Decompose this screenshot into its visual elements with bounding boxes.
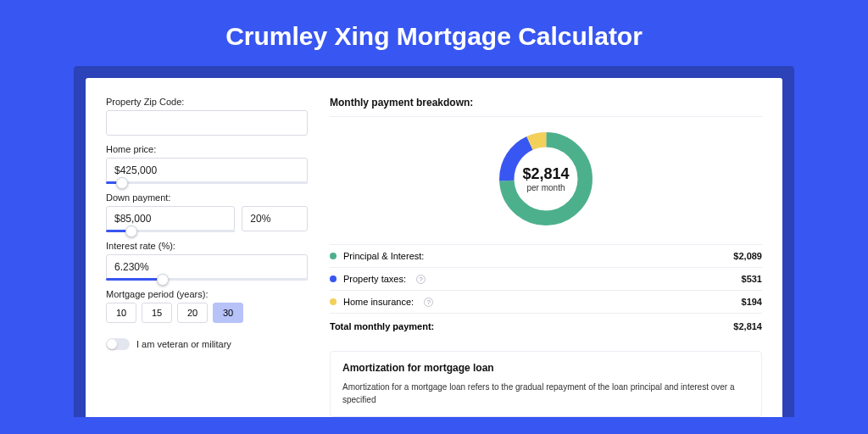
interest-input[interactable] [106,254,308,280]
interest-slider-thumb[interactable] [157,274,169,286]
zip-field: Property Zip Code: [106,97,308,136]
period-option-20[interactable]: 20 [177,303,208,323]
app-frame-inner: Property Zip Code: Home price: Down paym… [86,78,782,417]
period-option-30[interactable]: 30 [213,303,243,323]
breakdown-label-principal: Principal & Interest: [343,251,424,261]
breakdown-label-insurance: Home insurance: [343,297,414,307]
down-payment-slider-thumb[interactable] [125,225,137,237]
down-payment-slider[interactable] [106,230,235,232]
breakdown-row-taxes: Property taxes: ? $531 [330,267,762,290]
amortization-title: Amortization for mortgage loan [342,362,749,374]
breakdown-column: Monthly payment breakdown: $2,814 per mo… [330,97,762,417]
breakdown-label-taxes: Property taxes: [343,274,406,284]
zip-label: Property Zip Code: [106,97,308,107]
form-column: Property Zip Code: Home price: Down paym… [106,97,308,417]
breakdown-title: Monthly payment breakdown: [330,97,762,117]
page-title: Crumley Xing Mortgage Calculator [0,0,868,66]
period-option-15[interactable]: 15 [142,303,172,323]
donut-chart: $2,814 per month [494,127,598,231]
interest-label: Interest rate (%): [106,241,308,251]
breakdown-row-principal: Principal & Interest: $2,089 [330,244,762,267]
donut-chart-wrap: $2,814 per month [330,127,762,231]
home-price-slider-thumb[interactable] [116,177,128,189]
total-label: Total monthly payment: [330,321,434,331]
period-options: 10 15 20 30 [106,303,308,323]
veteran-row: I am veteran or military [106,338,308,350]
breakdown-value-taxes: $531 [742,274,762,284]
down-payment-pct-input[interactable] [242,206,308,231]
interest-slider[interactable] [106,278,308,281]
veteran-label: I am veteran or military [136,339,231,349]
breakdown-value-principal: $2,089 [733,251,762,261]
down-payment-label: Down payment: [106,192,308,203]
info-icon[interactable]: ? [416,275,426,284]
period-option-10[interactable]: 10 [106,303,136,323]
dot-principal-icon [330,253,337,259]
home-price-input[interactable] [106,158,308,183]
app-frame-outer: Property Zip Code: Home price: Down paym… [74,66,794,417]
veteran-toggle[interactable] [106,338,130,350]
period-field: Mortgage period (years): 10 15 20 30 [106,289,308,323]
down-payment-input[interactable] [106,206,235,231]
info-icon[interactable]: ? [424,298,433,307]
dot-taxes-icon [330,275,337,282]
breakdown-row-total: Total monthly payment: $2,814 [330,313,762,337]
interest-slider-fill [106,278,163,281]
amortization-card: Amortization for mortgage loan Amortizat… [330,351,762,417]
home-price-label: Home price: [106,144,308,154]
donut-per: per month [526,183,565,192]
dot-insurance-icon [330,298,337,305]
down-payment-field: Down payment: [106,192,308,232]
donut-center: $2,814 per month [494,127,598,231]
breakdown-row-insurance: Home insurance: ? $194 [330,290,762,313]
interest-field: Interest rate (%): [106,241,308,281]
home-price-slider[interactable] [106,181,308,184]
donut-amount: $2,814 [522,165,569,183]
period-label: Mortgage period (years): [106,289,308,299]
home-price-field: Home price: [106,144,308,184]
zip-input[interactable] [106,110,308,136]
amortization-text: Amortization for a mortgage loan refers … [342,381,749,406]
total-value: $2,814 [733,321,762,331]
breakdown-value-insurance: $194 [742,297,762,307]
